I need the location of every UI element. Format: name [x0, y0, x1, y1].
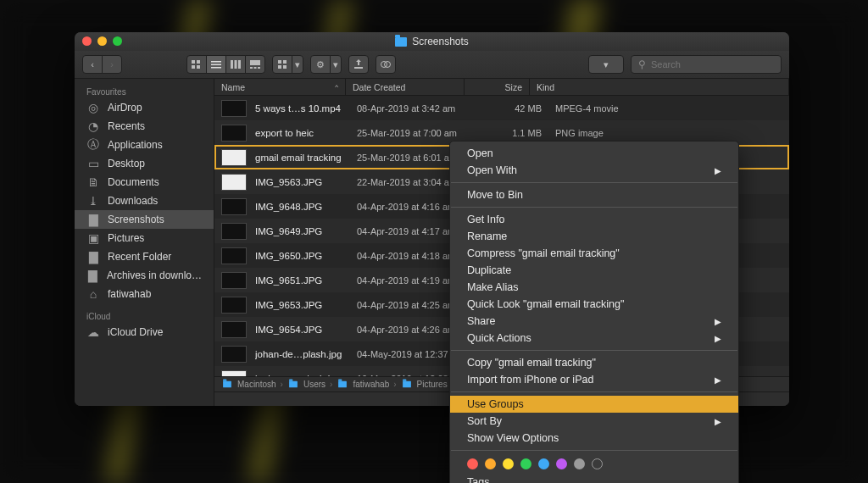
submenu-arrow-icon: ▶	[715, 166, 721, 175]
svg-rect-12	[254, 67, 257, 69]
menu-item-tags[interactable]: Tags…	[450, 474, 738, 483]
file-size: 42 MB	[482, 103, 542, 114]
menu-item-quick-look-gmail-email-tracking[interactable]: Quick Look "gmail email tracking"	[450, 296, 738, 313]
tag-color-dot[interactable]	[538, 458, 549, 469]
svg-rect-16	[278, 65, 281, 69]
svg-rect-1	[197, 60, 200, 64]
sidebar-item-fatiwahab[interactable]: ⌂fatiwahab	[75, 285, 214, 303]
file-date: 25-Mar-2019 at 7:00 am	[357, 128, 482, 138]
folder-icon	[395, 37, 407, 47]
icon-view-button[interactable]	[186, 55, 207, 74]
tag-color-dot[interactable]	[574, 458, 585, 469]
share-button[interactable]	[348, 55, 369, 74]
path-segment[interactable]: Macintosh	[237, 380, 276, 389]
menu-item-open-with[interactable]: Open With▶	[450, 162, 738, 179]
file-thumbnail	[221, 370, 247, 377]
titlebar[interactable]: Screenshots	[75, 32, 789, 51]
file-name: gmail email tracking	[255, 153, 357, 163]
tag-color-dot[interactable]	[556, 458, 567, 469]
file-thumbnail	[221, 247, 247, 264]
list-view-button[interactable]	[206, 55, 226, 74]
menu-tag-colors	[450, 454, 738, 474]
sidebar-item-documents[interactable]: 🗎Documents	[75, 173, 214, 192]
menu-item-import-from-iphone-or-ipad[interactable]: Import from iPhone or iPad▶	[450, 371, 738, 388]
arrange-menu-button[interactable]: ▾	[292, 55, 303, 74]
menu-item-duplicate[interactable]: Duplicate	[450, 262, 738, 279]
column-view-button[interactable]	[225, 55, 246, 74]
sidebar-item-label: iCloud Drive	[108, 326, 163, 338]
file-kind: PNG image	[542, 128, 789, 138]
menu-item-show-view-options[interactable]: Show View Options	[450, 430, 738, 447]
file-thumbnail	[221, 125, 247, 142]
file-name: IMG_9651.JPG	[255, 275, 357, 286]
gallery-view-button[interactable]	[245, 55, 265, 74]
column-kind[interactable]: Kind	[530, 79, 789, 95]
sidebar-item-label: Documents	[108, 176, 159, 188]
file-row[interactable]: 5 ways t…s 10.mp408-Apr-2019 at 3:42 am4…	[214, 96, 789, 120]
menu-item-label: Show View Options	[467, 432, 559, 444]
docs-icon: 🗎	[86, 175, 100, 189]
menu-item-sort-by[interactable]: Sort By▶	[450, 413, 738, 430]
action-menu-button[interactable]: ▾	[330, 55, 342, 74]
desktop-icon: ▭	[86, 157, 100, 170]
arrange-button[interactable]	[272, 55, 292, 74]
search-field[interactable]: ⚲	[631, 55, 782, 74]
file-thumbnail	[221, 198, 247, 215]
back-button[interactable]: ‹	[82, 55, 103, 74]
sidebar-item-downloads[interactable]: ⤓Downloads	[75, 192, 214, 210]
menu-item-compress-gmail-email-tracking[interactable]: Compress "gmail email tracking"	[450, 245, 738, 262]
svg-rect-4	[211, 61, 221, 63]
window-title-text: Screenshots	[412, 36, 469, 47]
sidebar-item-archives-in-downlo-[interactable]: ▇Archives in downlo…	[75, 266, 214, 285]
column-name[interactable]: Name^	[214, 79, 346, 95]
sidebar-item-screenshots[interactable]: ▇Screenshots	[75, 210, 214, 229]
window-title: Screenshots	[395, 36, 469, 47]
tag-color-dot[interactable]	[485, 458, 496, 469]
search-input[interactable]	[651, 59, 774, 69]
menu-item-open[interactable]: Open	[450, 145, 738, 162]
file-size: 1.1 MB	[482, 128, 542, 138]
sidebar-item-applications[interactable]: ⒶApplications	[75, 136, 214, 154]
tag-color-none[interactable]	[592, 458, 603, 469]
sidebar-item-recents[interactable]: ◔Recents	[75, 117, 214, 136]
menu-item-quick-actions[interactable]: Quick Actions▶	[450, 330, 738, 347]
file-name: 5 ways t…s 10.mp4	[255, 103, 357, 114]
close-button[interactable]	[82, 36, 92, 46]
menu-item-copy-gmail-email-tracking[interactable]: Copy "gmail email tracking"	[450, 354, 738, 371]
minimize-button[interactable]	[97, 36, 107, 46]
menu-item-label: Share	[467, 315, 495, 327]
tags-button[interactable]	[376, 55, 396, 74]
path-segment[interactable]: fatiwahab	[353, 380, 389, 389]
toolbar-dropdown[interactable]: ▾	[588, 55, 624, 74]
zoom-button[interactable]	[113, 36, 122, 46]
menu-item-get-info[interactable]: Get Info	[450, 211, 738, 228]
file-thumbnail	[221, 100, 247, 117]
path-segment[interactable]: Pictures	[417, 380, 448, 389]
downloads-icon: ⤓	[86, 194, 100, 208]
forward-button[interactable]: ›	[102, 55, 122, 74]
path-segment[interactable]: Users	[303, 380, 326, 389]
menu-item-move-to-bin[interactable]: Move to Bin	[450, 186, 738, 203]
menu-item-use-groups[interactable]: Use Groups	[450, 396, 738, 413]
sidebar-item-icloud-drive[interactable]: ☁iCloud Drive	[75, 323, 214, 341]
menu-item-make-alias[interactable]: Make Alias	[450, 279, 738, 296]
column-headers: Name^ Date Created Size Kind	[214, 79, 789, 96]
menu-item-share[interactable]: Share▶	[450, 313, 738, 330]
column-date[interactable]: Date Created	[346, 79, 465, 95]
file-thumbnail	[221, 272, 247, 289]
menu-separator	[451, 391, 737, 392]
sidebar-item-pictures[interactable]: ▣Pictures	[75, 229, 214, 247]
menu-item-label: Import from iPhone or iPad	[467, 374, 593, 386]
file-name: export to heic	[255, 128, 357, 138]
sidebar-item-desktop[interactable]: ▭Desktop	[75, 154, 214, 173]
menu-item-label: Quick Look "gmail email tracking"	[467, 298, 624, 310]
menu-item-rename[interactable]: Rename	[450, 228, 738, 245]
submenu-arrow-icon: ▶	[715, 417, 721, 426]
sidebar-item-recent-folder[interactable]: ▇Recent Folder	[75, 247, 214, 266]
tag-color-dot[interactable]	[503, 458, 514, 469]
sidebar-item-airdrop[interactable]: ◎AirDrop	[75, 98, 214, 117]
tag-color-dot[interactable]	[520, 458, 531, 469]
action-button[interactable]: ⚙	[310, 55, 331, 74]
column-size[interactable]: Size	[465, 79, 530, 95]
tag-color-dot[interactable]	[467, 458, 478, 469]
